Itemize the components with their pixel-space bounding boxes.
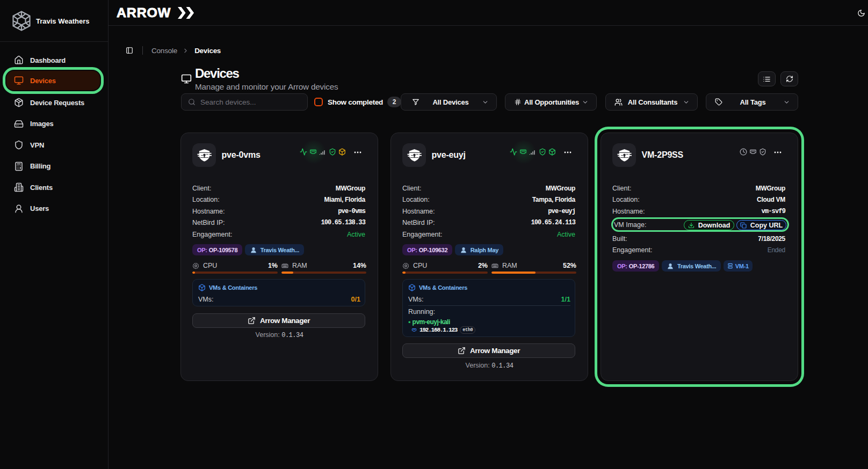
svg-text:ARROW: ARROW (117, 5, 171, 19)
